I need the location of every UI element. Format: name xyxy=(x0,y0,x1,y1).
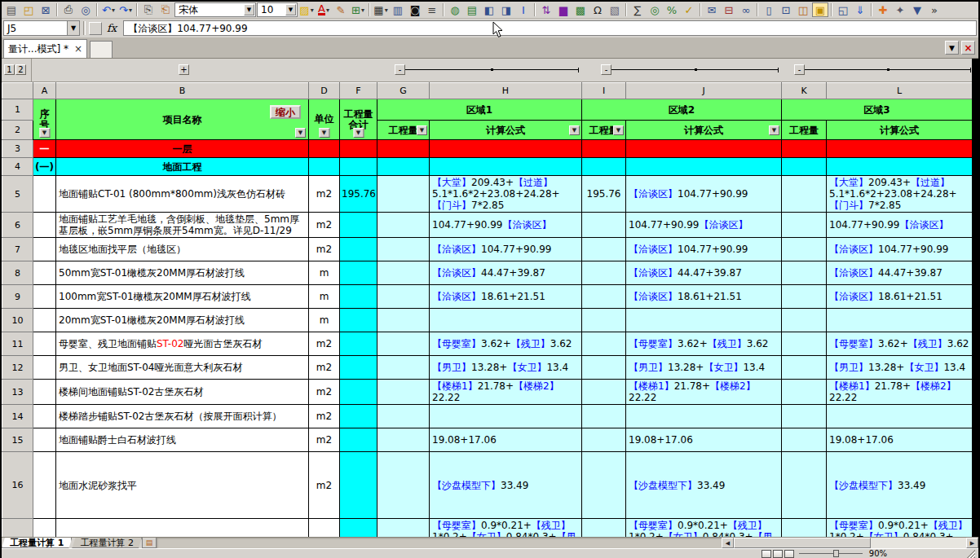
chevron-down-icon[interactable]: ▼ xyxy=(67,21,79,35)
filter-icon[interactable]: ▼ xyxy=(909,2,925,17)
cell-seq[interactable] xyxy=(33,519,56,538)
page-setup-icon[interactable]: ▯ xyxy=(761,2,777,17)
scrollbar-thumb[interactable] xyxy=(734,538,871,548)
cell-g[interactable] xyxy=(377,428,430,452)
header-item[interactable]: 项目名称缩小▼ xyxy=(56,99,309,140)
row-header-8[interactable]: 8 xyxy=(2,261,33,285)
sheet-tab-工程量计算 1[interactable]: 工程量计算 1 xyxy=(2,538,72,548)
cell-total[interactable] xyxy=(340,238,377,261)
cell-unit[interactable]: m xyxy=(309,261,340,285)
chevron-down-icon[interactable]: ▾ xyxy=(326,7,329,14)
column-header-G[interactable]: G xyxy=(377,83,430,99)
cell-total[interactable] xyxy=(340,380,377,405)
row-header-4[interactable]: 4 xyxy=(2,158,33,176)
cell-total[interactable]: 195.76 xyxy=(340,176,377,213)
cell-unit[interactable]: m2 xyxy=(309,238,340,261)
cell-unit[interactable]: m2 xyxy=(309,452,340,519)
cell-l[interactable]: 【洽谈区】18.61+21.51 xyxy=(827,285,973,309)
cell-h[interactable]: 【洽谈区】18.61+21.51 xyxy=(430,285,582,309)
cell-h[interactable]: 【母婴室】0.9*0.21+【残卫】1*0.2+【女卫】0.84*0.3+【男卫… xyxy=(430,519,582,538)
row-header-7[interactable]: 7 xyxy=(2,238,33,261)
edit-cell-icon[interactable]: I xyxy=(515,2,532,17)
header-region-2[interactable]: 区域2 xyxy=(582,99,782,121)
section-empty-cell[interactable] xyxy=(782,140,827,158)
cell-g[interactable] xyxy=(377,176,430,213)
cell-h[interactable]: 【大堂】209.43+【过道】5.1*1.6*2+23.08+24.28+【门斗… xyxy=(430,176,582,213)
row-header-3[interactable]: 3 xyxy=(2,140,33,158)
cell-seq[interactable] xyxy=(33,285,56,309)
cell-unit[interactable]: m2 xyxy=(309,519,340,538)
cell-total[interactable] xyxy=(340,285,377,309)
cell-h[interactable]: 19.08+17.06 xyxy=(430,428,582,452)
cell-l[interactable]: 【洽谈区】44.47+39.87 xyxy=(827,261,973,285)
cell-total[interactable] xyxy=(340,332,377,356)
cell-seq[interactable] xyxy=(33,332,56,356)
row-header-11[interactable]: 11 xyxy=(2,332,33,356)
percent-icon[interactable]: % xyxy=(664,2,680,17)
cell-i[interactable] xyxy=(582,285,626,309)
download-arrow-icon[interactable]: ⇓ xyxy=(852,2,868,17)
cell-total[interactable] xyxy=(340,261,377,285)
cell-item-name[interactable]: 地面水泥砂浆找平 xyxy=(56,452,309,519)
cell-l[interactable]: 【男卫】13.28+【女卫】13.4 xyxy=(827,356,973,380)
section-title-cell[interactable]: 地面工程 xyxy=(56,158,309,176)
cell-seq[interactable] xyxy=(33,452,56,519)
redo-icon[interactable]: ↷▾ xyxy=(117,2,134,17)
column-group-expand-button-2[interactable]: - xyxy=(601,64,611,75)
mail-icon[interactable]: ✉ xyxy=(704,2,720,17)
cell-g[interactable] xyxy=(377,261,430,285)
cell-k[interactable] xyxy=(782,332,827,356)
section-empty-cell[interactable] xyxy=(782,158,827,176)
cell-item-name[interactable]: 男卫、女卫地面ST-04哑光面意大利灰石材 xyxy=(56,356,309,380)
column-header-L[interactable]: L xyxy=(827,83,973,99)
cell-item-name[interactable]: 母婴室、残卫地面铺贴ST-02哑光面古堡灰石材 xyxy=(56,332,309,356)
filter-dropdown-icon[interactable]: ▼ xyxy=(319,128,329,138)
undo-icon[interactable]: ↶▾ xyxy=(100,2,117,17)
camera-icon[interactable]: ◙ xyxy=(407,2,423,17)
cell-unit[interactable]: m2 xyxy=(309,428,340,452)
cell-total[interactable] xyxy=(340,356,377,380)
more-toolbar-icon[interactable]: » xyxy=(926,2,942,17)
sort-icon[interactable]: ⇅ xyxy=(538,2,554,17)
header-formula-2[interactable]: 计算公式▼ xyxy=(626,121,782,140)
header-unit[interactable]: 单位▼ xyxy=(309,99,340,140)
cell-j[interactable]: 【洽谈区】104.77+90.99 xyxy=(626,238,782,261)
cell-i[interactable] xyxy=(582,332,626,356)
cell-seq[interactable] xyxy=(33,176,56,213)
formula-bar-button[interactable] xyxy=(89,22,102,35)
new-window-icon[interactable]: ◱ xyxy=(835,2,851,17)
section-empty-cell[interactable] xyxy=(827,158,973,176)
cell-k[interactable] xyxy=(782,176,827,213)
cell-k[interactable] xyxy=(782,519,827,538)
cell-k[interactable] xyxy=(782,285,827,309)
row-header-16[interactable]: 16 xyxy=(2,452,33,519)
cell-item-name[interactable]: ST-02古堡灰石材门槛石水泥砂浆铺贴（含石材磨边、开槽等综合考虑） xyxy=(56,519,309,538)
font-size-select[interactable]: 10▼ xyxy=(257,2,298,17)
section-title-cell[interactable]: 一层 xyxy=(56,140,309,158)
filter-dropdown-icon[interactable]: ▼ xyxy=(353,128,364,138)
cell-j[interactable]: 【母婴室】0.9*0.21+【残卫】1*0.2+【女卫】0.84*0.3+【男卫… xyxy=(626,519,782,538)
cell-unit[interactable]: m2 xyxy=(309,213,340,238)
format-painter-icon[interactable]: ✎ xyxy=(333,2,349,17)
cell-unit[interactable]: m2 xyxy=(309,405,340,428)
section-empty-cell[interactable] xyxy=(827,140,973,158)
web-icon[interactable]: ◍ xyxy=(447,2,463,17)
row-header-5[interactable]: 5 xyxy=(2,176,33,213)
cell-i[interactable] xyxy=(582,452,626,519)
cell-unit[interactable]: m2 xyxy=(309,332,340,356)
sum-icon[interactable]: ∑ xyxy=(629,2,646,17)
cell-i[interactable] xyxy=(582,380,626,405)
cell-i[interactable] xyxy=(582,519,626,538)
column-header-K[interactable]: K xyxy=(782,83,827,99)
scroll-left-icon[interactable]: ◀ xyxy=(722,538,734,548)
cell-h[interactable]: 【沙盘模型下】33.49 xyxy=(430,452,582,519)
chevron-down-icon[interactable]: ▼ xyxy=(244,4,254,15)
check-icon[interactable]: ✓ xyxy=(681,2,697,17)
cell-k[interactable] xyxy=(782,428,827,452)
document-tab[interactable]: 量计...模式] * × xyxy=(3,39,87,58)
outline-level-1-button[interactable]: 1 xyxy=(4,64,15,75)
insert-function-icon[interactable]: fx xyxy=(107,22,117,34)
resize-grip[interactable] xyxy=(965,550,975,558)
cell-unit[interactable]: m2 xyxy=(309,356,340,380)
header-qty-1[interactable]: 工程量▼ xyxy=(377,121,430,140)
